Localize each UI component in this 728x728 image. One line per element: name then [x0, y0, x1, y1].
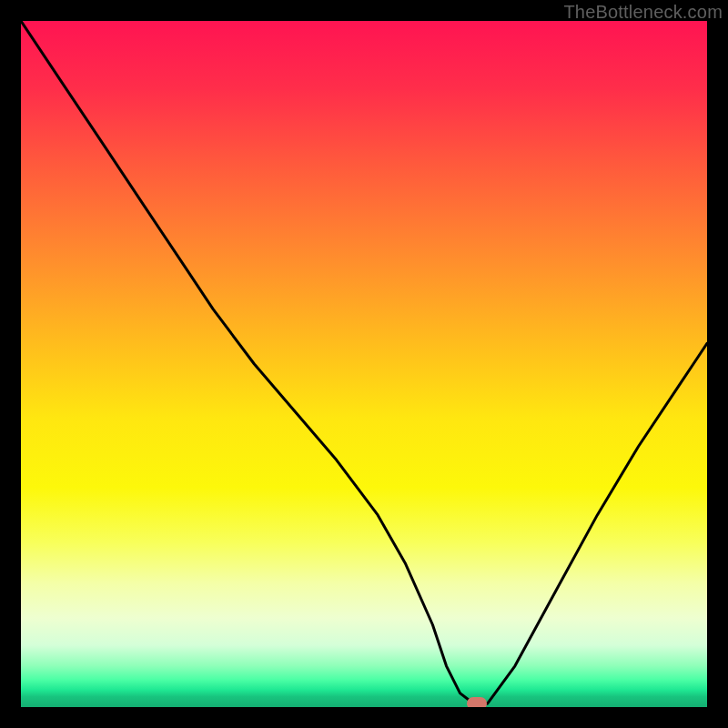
watermark-text: TheBottleneck.com: [563, 2, 723, 23]
optimum-marker: [467, 697, 487, 707]
curve-layer: [21, 21, 707, 707]
chart-frame: TheBottleneck.com: [0, 0, 728, 728]
plot-area: [21, 21, 707, 707]
bottleneck-curve: [21, 21, 707, 703]
